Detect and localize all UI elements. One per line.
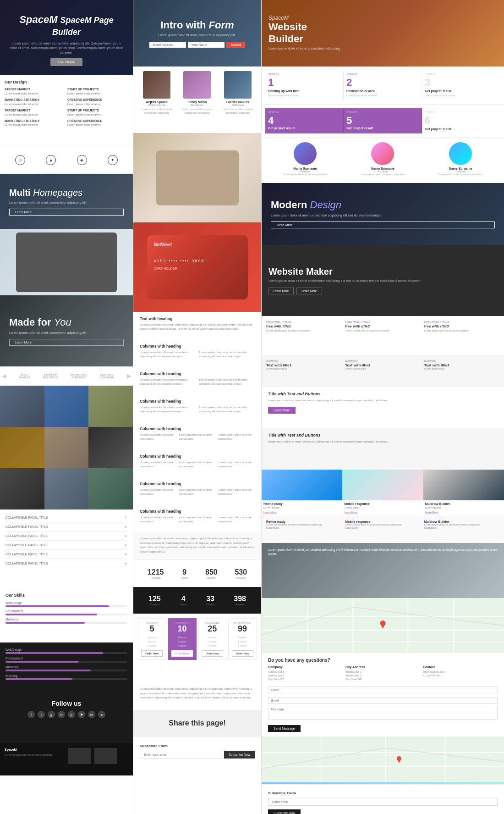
trio-btn-1[interactable]: Learn More [262, 511, 342, 515]
intro-form-title: Intro with Form [160, 19, 234, 31]
dark-bar-4: Branding [5, 674, 127, 680]
intro-submit-button[interactable]: Submit [226, 42, 246, 48]
contact-col-3: Contact info@example.com+1 234 567 890 [423, 665, 498, 681]
trio-btn-2[interactable]: Learn More [342, 511, 423, 515]
accordion-item[interactable]: COLLAPSIBLE PANEL TITLE▶ [5, 550, 127, 559]
modern-design-sub: Lorem ipsum dolor sit amet consectetur a… [271, 214, 495, 217]
pricing-grid: STARTER 5 FeatureFeatureFeature Order No… [138, 618, 257, 660]
contact-form: Send Message [268, 685, 498, 732]
nav-prev[interactable]: ◀ [2, 373, 6, 379]
subscribe-right-input[interactable] [268, 798, 498, 806]
design-item: MARKETING STRATEGYLorem ipsum dolor sit … [5, 98, 66, 106]
trio-cell-2: Mobile response Lorem ipsum Learn More [342, 470, 423, 515]
price-btn-3[interactable]: Order Now [202, 650, 223, 657]
subscribe-button[interactable]: Subscribe Now [224, 751, 255, 759]
accordion-item[interactable]: COLLAPSIBLE PANEL TITLE▶ [5, 522, 127, 532]
dark-bar-1: Web Design [5, 648, 127, 654]
made-for-you-btn[interactable]: Learn More [9, 339, 124, 346]
youtube-icon[interactable]: ▶ [78, 711, 85, 718]
accordion-item[interactable]: COLLAPSIBLE PANEL TITLE▼ [5, 513, 127, 522]
modern-design-block: Modern Design Lorem ipsum dolor sit amet… [262, 183, 504, 245]
stat-num-3: 850 [205, 568, 218, 576]
skill-row-1: Web Design [5, 601, 127, 607]
contact-name-input[interactable] [268, 687, 498, 693]
tt-label-3: free with title3 [424, 321, 499, 323]
retina-text-1: Lorem ipsum dolor sit amet consectetur a… [266, 523, 341, 527]
text-titles-gray-grid: CAPTION Text with title1 Lorem ipsum dol… [266, 360, 499, 371]
demo-button[interactable]: Live Demo [50, 58, 82, 66]
col-two-2: Lorem ipsum dolor sit amet consectetur a… [140, 378, 255, 390]
retina-link-2[interactable]: Learn More [345, 526, 420, 529]
accordion-item[interactable]: COLLAPSIBLE PANEL TITLE▶ [5, 559, 127, 568]
intro-name-input[interactable] [188, 42, 225, 48]
col-text-1b: Lorem ipsum dolor sit amet consectetur a… [199, 350, 255, 359]
col-text-6c: Lorem ipsum dolor sit amet consectetur [218, 488, 255, 496]
blurred-overlay-text: Lorem ipsum dolor sit amet, consectetur … [262, 543, 504, 561]
circle-desc-2: Lorem ipsum dolor sit amet consectetur [361, 173, 405, 177]
col-heading-5: Columns with heading [140, 454, 255, 459]
step-5: STEP 05 5 Get project result [344, 108, 422, 133]
multi-homepages-btn[interactable]: Learn More [9, 209, 124, 216]
linkedin-icon[interactable]: in [58, 711, 65, 718]
pinterest-icon[interactable]: p [68, 711, 75, 718]
nav-item-2[interactable]: START UPPROJECTS [43, 373, 58, 379]
dark-bar-3: Marketing [5, 665, 127, 671]
accordion-item[interactable]: COLLAPSIBLE PANEL TITLE▶ [5, 541, 127, 550]
vk-icon[interactable]: vk [88, 711, 95, 718]
retina-item-3: Multirow Builder Lorem ipsum dolor sit a… [424, 520, 499, 530]
multi-homepages-title: Multi Homepages [9, 188, 124, 198]
step-label-1: Coming up with idea [268, 89, 340, 93]
circle-member-1: Name Surname Position Lorem ipsum dolor … [283, 142, 327, 177]
price-btn-2[interactable]: Order Now [171, 650, 193, 657]
steps-bottom: STEP 04 4 Get project result STEP 05 5 G… [262, 104, 504, 137]
trio-btn-3[interactable]: Learn More [423, 511, 504, 515]
stat-item-2: 9 Years [181, 568, 188, 579]
columns-heading-7: Columns with heading Lorem ipsum dolor s… [133, 504, 261, 532]
stat-label-4: Awards [235, 576, 247, 579]
stat-item-4: 530 Awards [235, 568, 247, 579]
nav-item-4[interactable]: CREATIVECAMPAIGN [99, 373, 114, 379]
col-text-7c: Lorem ipsum dolor sit amet consectetur [218, 515, 255, 524]
retina-link-1[interactable]: Learn More [266, 526, 341, 529]
contact-send-button[interactable]: Send Message [268, 725, 301, 732]
dribbble-icon[interactable]: ● [98, 711, 105, 718]
team-member-1: Aejrits Sparks Web Designer Lorem ipsum … [138, 71, 175, 115]
website-maker-btn2[interactable]: Learn More [296, 288, 322, 294]
nav-next[interactable]: ▶ [127, 373, 131, 379]
price-btn-4[interactable]: Order Now [232, 650, 253, 657]
subscribe-email-input[interactable] [140, 751, 222, 759]
trio-label-2: Mobile response [342, 500, 423, 506]
icons-row: ⊙ ▲ ◈ ✦ [0, 146, 133, 174]
cc-text-3: info@example.com+1 234 567 890 [423, 670, 498, 678]
nav-item-1[interactable]: TARGETMARKET [19, 373, 30, 379]
intro-email-input[interactable] [149, 42, 186, 48]
col-heading-2: Columns with heading [140, 371, 255, 376]
website-maker-btn1[interactable]: Learn More [268, 288, 294, 294]
stat-label-2: Years [181, 576, 188, 579]
tt-gray-text-1: Lorem ipsum dolor [266, 367, 341, 371]
col-two-3: Lorem ipsum dolor sit amet consectetur a… [140, 405, 255, 417]
website-builder-block: SpaceM WebsiteBuilder Lorem ipsum dolor … [262, 0, 504, 66]
nav-item-3[interactable]: MARKETINGSTRATEGY [71, 373, 87, 379]
columns-heading-2: Columns with heading Lorem ipsum dolor s… [133, 367, 261, 394]
image-trio-block: Retina ready Lorem ipsum Learn More Mobi… [262, 470, 504, 515]
googleplus-icon[interactable]: g [48, 711, 55, 718]
modern-design-btn[interactable]: Read More [271, 221, 495, 228]
col-text-3b: Lorem ipsum dolor sit amet consectetur a… [199, 405, 255, 414]
wb-title: WebsiteBuilder [268, 21, 497, 45]
price-btn-1[interactable]: Order Now [141, 650, 163, 657]
contact-message-input[interactable] [268, 706, 498, 720]
accordion-item[interactable]: COLLAPSIBLE PANEL TITLE▶ [5, 532, 127, 541]
tb-btn-1[interactable]: Learn More [268, 407, 296, 414]
team-desc-1: Lorem ipsum dolor sit amet consectetur a… [138, 108, 175, 115]
tt-gray-text-3: Lorem ipsum dolor [424, 367, 499, 371]
facebook-icon[interactable]: f [27, 711, 35, 718]
contact-email-input[interactable] [268, 697, 498, 704]
photo-cell [0, 468, 44, 509]
price-detail-3: FeatureFeatureFeature [201, 636, 225, 648]
subscribe-right-button[interactable]: Subscribe Now [268, 809, 301, 814]
col-text-4b: Lorem ipsum dolor sit amet consectetur [179, 433, 216, 441]
retina-link-3[interactable]: Learn More [424, 526, 499, 529]
twitter-icon[interactable]: t [38, 711, 45, 718]
step-2: STEP 02 2 Realisation of idea Lorem ipsu… [344, 70, 422, 100]
